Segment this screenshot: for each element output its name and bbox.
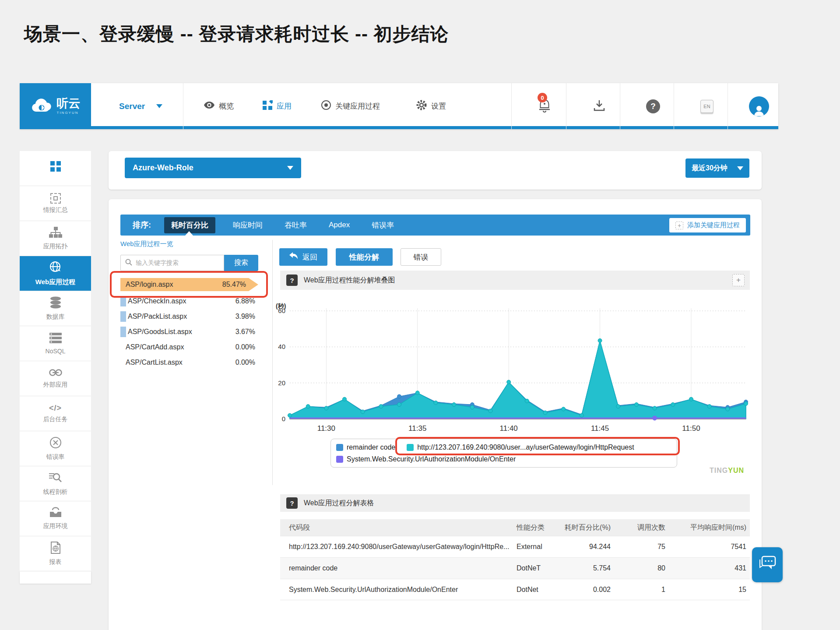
download-icon <box>594 99 605 113</box>
legend-label-httprequest: http://123.207.169.240:9080/user...ay/us… <box>417 441 634 453</box>
sidebar-item-reports[interactable]: 报表 <box>20 536 91 571</box>
sort-tab-response-time[interactable]: 响应时间 <box>228 217 267 233</box>
chevron-down-icon <box>737 166 743 170</box>
sidebar-item-intel-summary[interactable]: 情报汇总 <box>20 186 91 221</box>
tingyun-logo[interactable]: 听云 TINGYUN <box>20 83 91 129</box>
target-icon <box>321 100 331 113</box>
nav-item-key-processes[interactable]: 关键应用过程 <box>321 83 380 129</box>
globe-icon <box>49 260 62 275</box>
help-question-icon[interactable]: ? <box>286 497 298 509</box>
stacked-area-chart[interactable]: (秒)204060011:3011:3511:4011:4511:50 <box>275 303 752 436</box>
sidebar-item-nosql[interactable]: NoSQL <box>20 326 91 361</box>
help-button[interactable]: ? <box>632 83 675 129</box>
table-row[interactable]: System.Web.Security.UrlAuthorizationModu… <box>280 579 750 600</box>
back-button-label: 返回 <box>302 252 317 262</box>
sidebar-item-background-tasks[interactable]: </> 后台任务 <box>20 396 91 431</box>
sort-tab-apdex[interactable]: Apdex <box>324 218 354 232</box>
sidebar-item-database[interactable]: 数据库 <box>20 291 91 326</box>
help-question-icon[interactable]: ? <box>286 275 298 286</box>
svg-text:11:30: 11:30 <box>317 424 335 433</box>
language-switch[interactable]: EN <box>685 83 728 129</box>
divider <box>620 83 620 129</box>
sidebar-item-label: 线程剖析 <box>43 488 68 496</box>
column-header-calls: 调用次数 <box>622 519 665 536</box>
application-selector-dropdown[interactable]: Azure-Web-Role <box>125 158 301 178</box>
performance-breakdown-button[interactable]: 性能分解 <box>336 248 393 266</box>
process-name: ASP/CartList.aspx <box>126 359 183 366</box>
gear-icon <box>416 99 427 113</box>
back-button[interactable]: 返回 <box>279 248 327 266</box>
search-placeholder: 输入关键字搜索 <box>136 259 179 267</box>
time-range-dropdown[interactable]: 最近30分钟 <box>685 158 749 178</box>
add-key-process-label: 添加关键应用过程 <box>687 221 740 229</box>
cell-category: DotNet <box>517 579 538 600</box>
nav-item-label: 应用 <box>277 101 292 111</box>
sidebar-item-external-apps[interactable]: 外部应用 <box>20 361 91 396</box>
search-button[interactable]: 搜索 <box>224 255 258 271</box>
sidebar-item-thread-profiling[interactable]: 线程剖析 <box>20 466 91 501</box>
download-button[interactable] <box>578 83 621 129</box>
sort-tab-throughput[interactable]: 吞吐率 <box>280 217 311 233</box>
chat-widget-button[interactable] <box>752 547 783 582</box>
nav-item-application[interactable]: 应用 <box>263 83 292 129</box>
cell-category: DotNeT <box>517 558 541 579</box>
link-icon <box>49 369 63 378</box>
search-input[interactable]: 输入关键字搜索 <box>120 255 224 271</box>
nav-item-label: 关键应用过程 <box>335 101 380 111</box>
svg-text:40: 40 <box>278 343 285 350</box>
sidebar-item-dashboard[interactable] <box>20 151 91 186</box>
process-row-goodslist[interactable]: ASP/GoodsList.aspx 3.67% <box>120 325 258 338</box>
user-menu[interactable] <box>739 83 778 129</box>
process-row-login[interactable]: ASP/login.aspx 85.47% <box>120 278 258 291</box>
sort-tab-time-percent[interactable]: 耗时百分比 <box>164 217 215 233</box>
dashboard-grid-icon <box>49 160 62 175</box>
notifications-button[interactable] <box>523 83 566 129</box>
process-row-checkin[interactable]: ASP/CheckIn.aspx 6.88% <box>120 295 258 308</box>
cell-code: http://123.207.169.240:9080/userGateway/… <box>289 536 509 557</box>
nav-item-overview[interactable]: 概览 <box>204 83 234 129</box>
panel-divider <box>272 240 273 485</box>
add-key-process-button[interactable]: + 添加关键应用过程 <box>669 218 746 232</box>
process-name: ASP/CartAdd.aspx <box>126 343 184 351</box>
sidebar-item-web-processes[interactable]: Web应用过程 <box>20 256 91 291</box>
process-value: 6.88% <box>235 297 255 305</box>
svg-text:11:40: 11:40 <box>500 424 518 433</box>
notification-badge: 0 <box>538 93 547 102</box>
expand-icon[interactable]: + <box>732 274 745 286</box>
error-circle-icon <box>49 436 62 451</box>
chart-legend: remainder code http://123.207.169.240:90… <box>330 439 677 468</box>
sidebar-item-label: 应用环境 <box>43 522 68 530</box>
nav-item-label: 概览 <box>219 101 234 111</box>
process-list-title[interactable]: Web应用过程一览 <box>120 240 173 248</box>
database-icon <box>50 296 61 310</box>
cloud-logo-icon <box>31 97 53 116</box>
active-tab-notch <box>185 231 193 236</box>
nav-item-settings[interactable]: 设置 <box>416 83 446 129</box>
table-row[interactable]: http://123.207.169.240:9080/userGateway/… <box>280 536 750 557</box>
error-button[interactable]: 错误 <box>401 248 441 266</box>
server-list-icon <box>49 333 62 345</box>
sidebar-item-error-rate[interactable]: 错误率 <box>20 431 91 466</box>
sort-tab-error-rate[interactable]: 错误率 <box>367 217 398 233</box>
sidebar-item-app-environment[interactable]: 应用环境 <box>20 501 91 536</box>
screen: 场景一、登录缓慢 -- 登录请求耗时过长 -- 初步结论 听云 TINGYUN … <box>0 0 840 630</box>
sidebar: 情报汇总 应用拓扑 Web应用过程 数据库 NoSQL 外部应用 </> 后台任… <box>20 151 91 584</box>
product-selector-label: Server <box>119 102 145 111</box>
product-selector[interactable]: Server <box>119 83 162 129</box>
process-row-cartlist[interactable]: ASP/CartList.aspx 0.00% <box>120 356 258 369</box>
sidebar-item-label: 数据库 <box>46 313 65 321</box>
sidebar-item-topology[interactable]: 应用拓扑 <box>20 221 91 256</box>
column-header-code: 代码段 <box>289 519 310 536</box>
chat-bubble-icon <box>758 555 777 574</box>
time-range-value: 最近30分钟 <box>692 164 728 173</box>
chevron-down-icon <box>287 166 293 170</box>
column-header-percent: 耗时百分比(%) <box>547 519 611 536</box>
svg-text:11:45: 11:45 <box>591 424 609 433</box>
process-row-cartadd[interactable]: ASP/CartAdd.aspx 0.00% <box>120 341 258 354</box>
top-navbar: 听云 TINGYUN Server 概览 应用 关键应用过程 设置 <box>20 83 778 129</box>
logo-subtext: TINGYUN <box>57 111 81 115</box>
table-row[interactable]: remainder code DotNeT 5.754 80 431 <box>280 557 750 579</box>
process-row-packlist[interactable]: ASP/PackList.aspx 3.98% <box>120 310 258 323</box>
svg-text:20: 20 <box>278 379 285 387</box>
table-section-header: ? Web应用过程分解表格 <box>280 494 750 512</box>
